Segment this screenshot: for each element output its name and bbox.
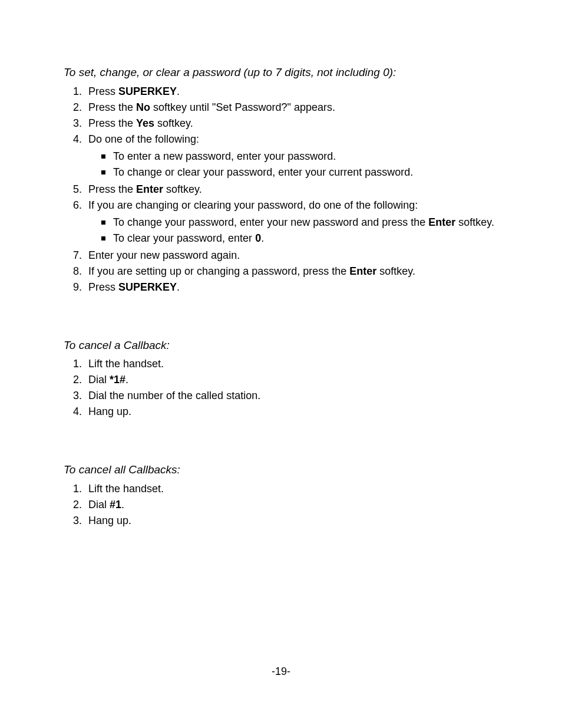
- step-item: Lift the handset.: [85, 356, 509, 372]
- step-list: Press SUPERKEY.Press the No softkey unti…: [64, 84, 509, 295]
- text-run: To clear your password, enter: [113, 232, 255, 244]
- page-number: -19-: [0, 666, 562, 678]
- step-item: If you are changing or clearing your pas…: [85, 197, 509, 246]
- text-run: Dial: [88, 499, 110, 510]
- text-run: Press the: [88, 117, 136, 129]
- text-run: softkey.: [163, 183, 202, 195]
- step-item: Enter your new password again.: [85, 248, 509, 263]
- text-run: Dial: [88, 374, 110, 386]
- step-item: Press SUPERKEY.: [85, 84, 509, 100]
- instruction-section: To cancel all Callbacks:Lift the handset…: [64, 462, 509, 529]
- text-run: Hang up.: [88, 406, 131, 417]
- section-heading: To cancel a Callback:: [64, 338, 509, 353]
- text-run: Do one of the following:: [88, 133, 199, 145]
- step-item: Hang up.: [85, 404, 509, 420]
- text-run: Press the: [88, 101, 136, 113]
- substep-list: To enter a new password, enter your pass…: [101, 149, 509, 180]
- bold-text: SUPERKEY: [118, 281, 177, 293]
- text-run: softkey until "Set Password?" appears.: [150, 101, 335, 113]
- substep-item: To enter a new password, enter your pass…: [101, 149, 509, 164]
- text-run: .: [177, 281, 180, 293]
- text-run: .: [121, 499, 124, 510]
- text-run: Lift the handset.: [88, 483, 164, 495]
- step-item: Lift the handset.: [85, 481, 509, 497]
- step-item: Press the No softkey until "Set Password…: [85, 100, 509, 116]
- text-run: To change or clear your password, enter …: [113, 166, 413, 178]
- page: To set, change, or clear a password (up …: [0, 0, 562, 728]
- bold-text: *1#: [110, 374, 125, 386]
- section-heading: To set, change, or clear a password (up …: [64, 65, 509, 80]
- text-run: softkey.: [376, 265, 415, 277]
- text-run: To enter a new password, enter your pass…: [113, 150, 336, 162]
- step-list: Lift the handset.Dial *1#.Dial the numbe…: [64, 356, 509, 420]
- text-run: softkey.: [154, 117, 193, 129]
- section-heading: To cancel all Callbacks:: [64, 462, 509, 477]
- step-item: Do one of the following:To enter a new p…: [85, 131, 509, 180]
- text-run: Press: [88, 85, 118, 97]
- step-item: Dial *1#.: [85, 372, 509, 388]
- bold-text: SUPERKEY: [118, 85, 177, 97]
- text-run: softkey.: [455, 216, 494, 228]
- step-item: Press the Enter softkey.: [85, 182, 509, 197]
- instruction-section: To set, change, or clear a password (up …: [64, 65, 509, 295]
- text-run: If you are setting up or changing a pass…: [88, 265, 349, 277]
- step-item: If you are setting up or changing a pass…: [85, 263, 509, 279]
- bold-text: #1: [110, 499, 121, 510]
- substep-list: To change your password, enter your new …: [101, 215, 509, 246]
- substep-item: To change your password, enter your new …: [101, 215, 509, 230]
- step-item: Dial #1.: [85, 497, 509, 513]
- substep-item: To change or clear your password, enter …: [101, 164, 509, 180]
- text-run: Press: [88, 281, 118, 293]
- step-item: Dial the number of the called station.: [85, 388, 509, 404]
- step-list: Lift the handset.Dial #1.Hang up.: [64, 481, 509, 529]
- step-item: Hang up.: [85, 513, 509, 529]
- text-run: Dial the number of the called station.: [88, 390, 260, 401]
- bold-text: No: [136, 101, 150, 113]
- text-run: Press the: [88, 183, 136, 195]
- page-content: To set, change, or clear a password (up …: [64, 65, 509, 529]
- instruction-section: To cancel a Callback:Lift the handset.Di…: [64, 338, 509, 420]
- bold-text: Enter: [428, 216, 455, 228]
- text-run: .: [125, 374, 128, 386]
- bold-text: Yes: [136, 117, 154, 129]
- text-run: If you are changing or clearing your pas…: [88, 199, 418, 211]
- bold-text: 0: [255, 232, 261, 244]
- text-run: Lift the handset.: [88, 358, 164, 370]
- substep-item: To clear your password, enter 0.: [101, 230, 509, 246]
- text-run: Hang up.: [88, 515, 131, 526]
- text-run: Enter your new password again.: [88, 249, 240, 261]
- step-item: Press the Yes softkey.: [85, 116, 509, 131]
- text-run: .: [177, 85, 180, 97]
- step-item: Press SUPERKEY.: [85, 279, 509, 295]
- text-run: .: [261, 232, 264, 244]
- text-run: To change your password, enter your new …: [113, 216, 428, 228]
- bold-text: Enter: [136, 183, 163, 195]
- bold-text: Enter: [349, 265, 376, 277]
